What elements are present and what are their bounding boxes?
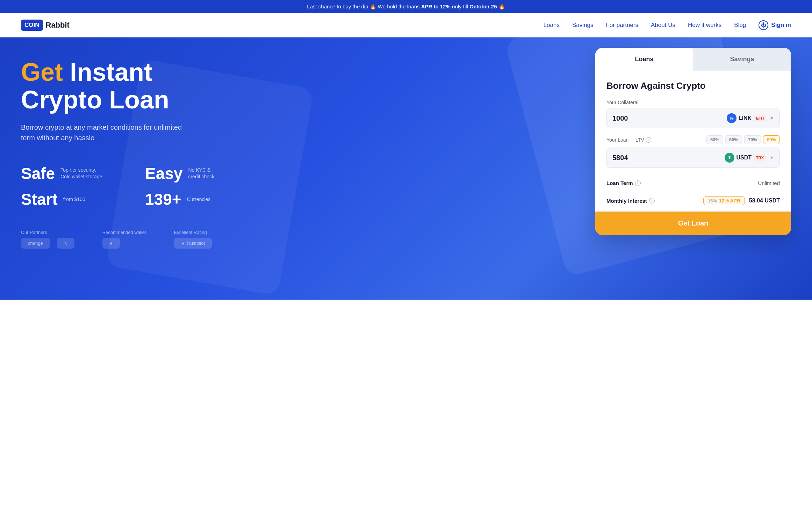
widget-title: Borrow Against Crypto xyxy=(606,80,780,91)
wallet-logo: ∧ xyxy=(102,238,146,249)
loan-network-badge: TRX xyxy=(754,155,766,161)
get-loan-button[interactable]: Get Loan xyxy=(595,212,791,235)
hero-title: Get InstantCrypto Loan xyxy=(21,58,248,114)
wallet-label: Recommended wallet xyxy=(102,230,146,235)
stat-safe-label: Safe xyxy=(21,164,55,183)
link-icon: ◎ xyxy=(727,113,736,123)
partner-logo-1: change xyxy=(21,238,50,249)
monthly-interest-info-icon[interactable]: i xyxy=(649,198,655,203)
loan-input-row: ₮ USDT TRX ▼ xyxy=(606,148,780,168)
loan-currency-name: USDT xyxy=(736,155,752,161)
top-banner: Last chance to buy the dip 🔥 We hold the… xyxy=(0,0,812,13)
widget-tabs: Loans Savings xyxy=(595,48,791,71)
logo[interactable]: COIN Rabbit xyxy=(21,20,70,31)
loan-term-info-icon[interactable]: i xyxy=(635,180,641,186)
ltv-60[interactable]: 60% xyxy=(725,135,742,144)
ltv-text: LTV xyxy=(635,137,644,143)
collateral-input[interactable] xyxy=(612,114,727,122)
stat-start-label: Start xyxy=(21,190,58,209)
wallet-logo-1: ∧ xyxy=(102,238,120,249)
hero-stats: Safe Top-tier security,Cold wallet stora… xyxy=(21,164,248,209)
apr-new: 12% APR xyxy=(719,198,740,203)
nav-about[interactable]: About Us xyxy=(651,22,675,29)
partner-logos: change ∧ xyxy=(21,238,74,249)
stat-safe: Safe Top-tier security,Cold wallet stora… xyxy=(21,164,124,183)
stat-easy-desc: No KYC &credit check xyxy=(188,167,214,180)
hero-section: Get InstantCrypto Loan Borrow crypto at … xyxy=(0,37,812,300)
banner-text: Last chance to buy the dip 🔥 We hold the… xyxy=(307,3,505,9)
loan-input[interactable] xyxy=(612,154,725,162)
stat-currencies-desc: Currencies xyxy=(187,196,211,203)
tab-loans[interactable]: Loans xyxy=(595,48,693,71)
loan-dropdown-arrow: ▼ xyxy=(770,155,774,160)
stat-easy: Easy No KYC &credit check xyxy=(145,164,248,183)
stat-safe-desc: Top-tier security,Cold wallet storage xyxy=(60,167,102,180)
apr-badge: 16% 12% APR xyxy=(703,196,745,205)
ltv-row: Your Loan LTV i 50% 60% 70% 80% xyxy=(606,135,780,144)
hero-subtitle: Borrow crypto at any market conditions f… xyxy=(21,122,196,143)
ltv-options: 50% 60% 70% 80% xyxy=(706,135,780,144)
ltv-80[interactable]: 80% xyxy=(763,135,780,144)
loan-term-row: Loan Term i Unlimited xyxy=(606,175,780,191)
header: COIN Rabbit Loans Savings For partners A… xyxy=(0,13,812,37)
collateral-currency-selector[interactable]: ◎ LINK ETH ▼ xyxy=(727,113,774,123)
logo-text: Rabbit xyxy=(46,21,70,30)
loan-widget: Loans Savings Borrow Against Crypto Your… xyxy=(595,48,791,235)
monthly-interest-label: Monthly Interest i xyxy=(606,198,655,204)
recommended-wallet: Recommended wallet ∧ xyxy=(102,230,146,249)
stat-start-desc: from $100 xyxy=(63,196,85,203)
widget-body: Borrow Against Crypto Your Collateral ◎ … xyxy=(595,71,791,210)
apr-old: 16% xyxy=(708,198,717,203)
logo-box: COIN xyxy=(21,20,43,31)
monthly-interest-row: Monthly Interest i 16% 12% APR 58.04 USD… xyxy=(606,191,780,210)
ltv-70[interactable]: 70% xyxy=(744,135,761,144)
nav-blog[interactable]: Blog xyxy=(734,22,746,29)
your-loan-label: Your Loan xyxy=(606,137,628,143)
stat-start: Start from $100 xyxy=(21,190,124,209)
loan-currency-selector[interactable]: ₮ USDT TRX ▼ xyxy=(725,153,774,163)
ltv-label: Your Loan LTV i xyxy=(606,137,651,143)
sign-in-icon: ⏻ xyxy=(759,20,768,30)
hero-content: Get InstantCrypto Loan Borrow crypto at … xyxy=(21,58,248,249)
nav-how-it-works[interactable]: How it works xyxy=(688,22,721,29)
partners-label: Our Partners xyxy=(21,230,74,235)
stat-currencies: 139+ Currencies xyxy=(145,190,248,209)
tab-savings[interactable]: Savings xyxy=(693,48,791,71)
nav-partners[interactable]: For partners xyxy=(606,22,638,29)
main-nav: Loans Savings For partners About Us How … xyxy=(544,20,791,30)
collateral-currency-name: LINK xyxy=(739,115,752,121)
nav-loans[interactable]: Loans xyxy=(544,22,560,29)
loan-term-label: Loan Term i xyxy=(606,180,641,186)
collateral-dropdown-arrow: ▼ xyxy=(770,116,774,121)
sign-in-button[interactable]: ⏻ Sign in xyxy=(759,20,791,30)
stat-currencies-count: 139+ xyxy=(145,190,181,209)
monthly-value: 58.04 USDT xyxy=(749,198,780,204)
stat-easy-label: Easy xyxy=(145,164,182,183)
usdt-icon: ₮ xyxy=(725,153,734,163)
trustpilot: ★ Trustpilot xyxy=(174,238,212,249)
hero-partners: Our Partners change ∧ Recommended wallet… xyxy=(21,230,248,249)
nav-savings[interactable]: Savings xyxy=(572,22,593,29)
ltv-info-icon[interactable]: i xyxy=(646,137,651,143)
collateral-input-row: ◎ LINK ETH ▼ xyxy=(606,108,780,128)
ltv-50[interactable]: 50% xyxy=(706,135,723,144)
sign-in-label: Sign in xyxy=(771,22,791,29)
collateral-network-badge: ETH xyxy=(754,115,766,121)
rating-label: Excellent Rating xyxy=(174,230,212,235)
loan-term-value: Unlimited xyxy=(758,180,780,186)
our-partners: Our Partners change ∧ xyxy=(21,230,74,249)
hero-title-highlight: Get xyxy=(21,58,63,86)
collateral-label: Your Collateral xyxy=(606,100,780,105)
excellent-rating: Excellent Rating ★ Trustpilot xyxy=(174,230,212,249)
trustpilot-logo: ★ Trustpilot xyxy=(174,238,212,249)
partner-logo-2: ∧ xyxy=(57,238,74,249)
